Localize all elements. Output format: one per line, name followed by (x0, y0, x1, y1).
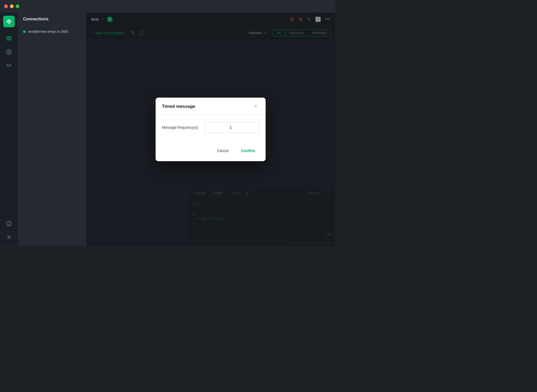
title-bar (0, 0, 335, 13)
dialog-close-button[interactable]: × (252, 103, 259, 110)
freq-label: Message frequency(s) (162, 125, 198, 130)
connections-panel: Connections test@broker.emqx.io:1883 (18, 13, 86, 246)
svg-rect-5 (9, 39, 11, 40)
sidebar-item-connections[interactable] (3, 32, 15, 44)
timed-message-dialog: Timed message × Message frequency(s) ▲ ▼… (156, 98, 266, 161)
sidebar-item-script[interactable] (3, 60, 15, 71)
traffic-lights (4, 4, 19, 8)
svg-point-12 (9, 222, 9, 223)
confirm-button[interactable]: Confirm (237, 147, 259, 155)
cancel-button[interactable]: Cancel (213, 147, 233, 155)
dialog-footer: Cancel Confirm (156, 142, 266, 161)
svg-rect-2 (7, 36, 9, 38)
connection-status-dot (23, 30, 26, 33)
icon-sidebar (0, 13, 18, 246)
connections-title: Connections (18, 13, 86, 26)
svg-point-13 (8, 236, 10, 238)
svg-rect-4 (7, 39, 9, 40)
sidebar-item-settings[interactable] (3, 231, 15, 243)
svg-line-9 (8, 64, 9, 67)
logo-icon (3, 16, 15, 27)
main-content: test 0 ⏻ ⚙ ✎ ⬜ ••• + New Subscription (86, 13, 335, 246)
svg-rect-3 (9, 36, 11, 38)
maximize-button[interactable] (16, 4, 19, 8)
connection-label: test@broker.emqx.io:1883 (28, 30, 68, 33)
dialog-body: Message frequency(s) ▲ ▼ (156, 115, 266, 142)
freq-input-wrap: ▲ ▼ (205, 122, 259, 133)
close-button[interactable] (4, 4, 8, 8)
modal-overlay[interactable]: Timed message × Message frequency(s) ▲ ▼… (86, 13, 335, 246)
connection-item[interactable]: test@broker.emqx.io:1883 (18, 26, 86, 37)
dialog-header: Timed message × (156, 98, 266, 115)
app-body: Connections test@broker.emqx.io:1883 tes… (0, 13, 335, 246)
dialog-title: Timed message (162, 104, 195, 109)
minimize-button[interactable] (10, 4, 14, 8)
freq-input[interactable] (205, 123, 259, 132)
sidebar-item-info[interactable] (3, 218, 15, 229)
sidebar-item-add[interactable] (3, 46, 15, 58)
